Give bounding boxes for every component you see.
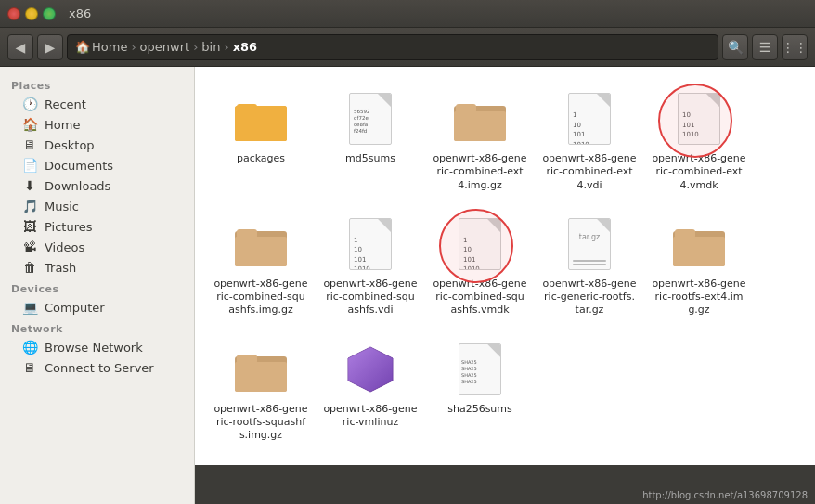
breadcrumb-sep-2: › [193, 40, 198, 54]
rootfs-tar-icon: tar.gz [560, 214, 619, 274]
file-item-rootfs-ext4-img[interactable]: openwrt-x86-generic-rootfs-ext4.img.gz [648, 207, 750, 325]
window-title: x86 [69, 6, 91, 20]
file-item-rootfs-tar[interactable]: tar.gz openwrt-x86-generic-generic-rootf… [538, 207, 640, 325]
network-header: Network [0, 317, 194, 337]
file-area-wrapper: packages 56592df72ece8faf24fd md5sums [195, 67, 815, 504]
downloads-icon: ⬇ [22, 178, 37, 193]
file-item-vmlinuz[interactable]: openwrt-x86-generic-vmlinuz [319, 332, 421, 450]
file-item-sha256sums[interactable]: SHA25SHA25SHA25SHA25 sha256sums [429, 332, 531, 450]
sidebar-label-documents: Documents [45, 159, 113, 173]
grid-view-button[interactable]: ⋮⋮ [782, 34, 808, 60]
squashfs-vdi-label: openwrt-x86-generic-combined-squashfs.vd… [323, 278, 418, 317]
svg-rect-3 [237, 104, 257, 113]
svg-rect-9 [237, 229, 257, 239]
sidebar-item-music[interactable]: 🎵 Music [4, 196, 190, 216]
squashfs-vmdk-icon: 1101011010 [450, 214, 510, 274]
connect-server-icon: 🖥 [22, 360, 37, 375]
sidebar: Places 🕐 Recent 🏠 Home 🖥 Desktop 📄 Docum… [0, 67, 195, 504]
sidebar-item-connect-server[interactable]: 🖥 Connect to Server [4, 357, 190, 378]
search-button[interactable]: 🔍 [722, 34, 748, 60]
sidebar-item-browse-network[interactable]: 🌐 Browse Network [4, 337, 190, 357]
squashfs-img-icon [231, 214, 291, 274]
music-icon: 🎵 [22, 199, 37, 213]
file-item-combined-ext4-img[interactable]: openwrt-x86-generic-combined-ext4.img.gz [429, 82, 531, 200]
file-item-combined-ext4-vmdk[interactable]: 101011010 openwrt-x86-generic-combined-e… [648, 82, 750, 200]
sidebar-item-home[interactable]: 🏠 Home [4, 114, 190, 135]
sidebar-item-computer[interactable]: 💻 Computer [4, 297, 190, 317]
rootfs-squashfs-img-icon [231, 340, 291, 399]
sidebar-item-trash[interactable]: 🗑 Trash [4, 257, 190, 278]
sidebar-label-desktop: Desktop [45, 138, 95, 152]
svg-rect-2 [235, 111, 287, 141]
breadcrumb: 🏠 Home › openwrt › bin › x86 [67, 34, 718, 60]
combined-ext4-vmdk-label: openwrt-x86-generic-combined-ext4.vmdk [652, 152, 746, 192]
file-item-squashfs-vmdk[interactable]: 1101011010 openwrt-x86-generic-combined-… [429, 207, 531, 325]
file-grid: packages 56592df72ece8faf24fd md5sums [210, 82, 800, 450]
browse-network-icon: 🌐 [22, 340, 37, 355]
sidebar-item-downloads[interactable]: ⬇ Downloads [4, 175, 190, 196]
titlebar: x86 [0, 0, 815, 28]
combined-ext4-vdi-label: openwrt-x86-generic-combined-ext4.vdi [542, 152, 637, 192]
sidebar-item-recent[interactable]: 🕐 Recent [4, 94, 190, 114]
main-content: Places 🕐 Recent 🏠 Home 🖥 Desktop 📄 Docum… [0, 67, 815, 504]
svg-marker-17 [348, 347, 393, 392]
toolbar: ◀ ▶ 🏠 Home › openwrt › bin › x86 🔍 ☰ ⋮⋮ [0, 28, 815, 67]
close-button[interactable] [7, 7, 20, 20]
combined-ext4-vdi-icon: 1101011010 [560, 89, 619, 149]
breadcrumb-bin[interactable]: bin [201, 40, 220, 54]
toolbar-right: 🔍 ☰ ⋮⋮ [722, 34, 808, 60]
squashfs-img-label: openwrt-x86-generic-combined-squashfs.im… [213, 278, 308, 317]
sidebar-item-documents[interactable]: 📄 Documents [4, 155, 190, 175]
file-item-rootfs-squashfs-img[interactable]: openwrt-x86-generic-rootfs-squashfs.img.… [210, 332, 312, 450]
sidebar-label-home: Home [45, 118, 80, 132]
home-icon: 🏠 [75, 40, 90, 54]
svg-rect-14 [235, 362, 287, 392]
documents-icon: 📄 [22, 158, 37, 173]
sidebar-label-videos: Videos [45, 240, 84, 254]
file-item-packages[interactable]: packages [210, 82, 312, 200]
file-item-squashfs-vdi[interactable]: 1101011010 openwrt-x86-generic-combined-… [319, 207, 421, 325]
window-controls [7, 7, 56, 20]
rootfs-ext4-img-label: openwrt-x86-generic-rootfs-ext4.img.gz [652, 278, 746, 317]
combined-ext4-img-icon [450, 89, 510, 149]
md5sums-label: md5sums [345, 152, 395, 165]
svg-rect-6 [456, 104, 476, 113]
breadcrumb-x86[interactable]: x86 [233, 40, 257, 54]
menu-button[interactable]: ☰ [752, 34, 778, 60]
sidebar-label-pictures: Pictures [45, 220, 92, 234]
sidebar-label-computer: Computer [45, 301, 105, 315]
svg-rect-12 [675, 229, 695, 239]
sha256sums-icon: SHA25SHA25SHA25SHA25 [450, 340, 510, 399]
videos-icon: 📽 [22, 239, 37, 254]
packages-label: packages [237, 152, 285, 165]
maximize-button[interactable] [43, 7, 56, 20]
combined-ext4-vmdk-icon: 101011010 [669, 89, 729, 149]
rootfs-squashfs-img-label: openwrt-x86-generic-rootfs-squashfs.img.… [213, 403, 308, 443]
breadcrumb-sep-3: › [224, 40, 228, 54]
breadcrumb-home[interactable]: 🏠 Home [75, 40, 127, 54]
back-button[interactable]: ◀ [7, 34, 33, 60]
forward-button[interactable]: ▶ [37, 34, 63, 60]
file-item-combined-ext4-vdi[interactable]: 1101011010 openwrt-x86-generic-combined-… [538, 82, 640, 200]
rootfs-ext4-img-icon [669, 214, 729, 274]
file-item-squashfs-img[interactable]: openwrt-x86-generic-combined-squashfs.im… [210, 207, 312, 325]
squashfs-vmdk-label: openwrt-x86-generic-combined-squashfs.vm… [433, 278, 527, 317]
desktop-icon: 🖥 [22, 137, 37, 152]
sidebar-label-music: Music [45, 200, 79, 213]
packages-icon [231, 89, 291, 149]
svg-rect-8 [235, 237, 287, 266]
svg-rect-15 [237, 355, 257, 364]
sidebar-item-desktop[interactable]: 🖥 Desktop [4, 135, 190, 155]
sidebar-item-pictures[interactable]: 🖼 Pictures [4, 216, 190, 237]
breadcrumb-openwrt[interactable]: openwrt [140, 40, 190, 54]
svg-rect-5 [454, 111, 506, 141]
minimize-button[interactable] [25, 7, 38, 20]
file-item-md5sums[interactable]: 56592df72ece8faf24fd md5sums [319, 82, 421, 200]
sidebar-item-videos[interactable]: 📽 Videos [4, 237, 190, 257]
pictures-icon: 🖼 [22, 219, 37, 234]
sha256sums-label: sha256sums [447, 403, 512, 416]
computer-icon: 💻 [22, 300, 37, 315]
vmlinuz-label: openwrt-x86-generic-vmlinuz [323, 403, 418, 430]
watermark: http://blog.csdn.net/a13698709128 [642, 490, 808, 500]
md5sums-icon: 56592df72ece8faf24fd [341, 89, 400, 149]
